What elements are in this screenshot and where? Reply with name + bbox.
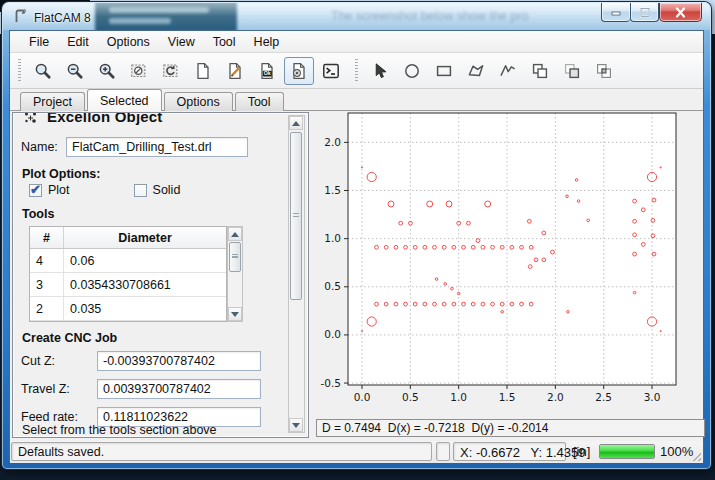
feed-rate-label: Feed rate: — [21, 410, 97, 424]
plot-canvas[interactable]: 0.00.51.01.52.02.53.0-0.50.00.51.01.52.0 — [316, 111, 705, 417]
close-icon — [674, 7, 687, 18]
draw-circle-button[interactable] — [397, 57, 427, 85]
name-input[interactable] — [66, 137, 248, 157]
menu-file[interactable]: File — [20, 32, 58, 52]
tool-row[interactable]: 40.06 — [30, 249, 226, 273]
subtract-button[interactable] — [557, 57, 587, 85]
tab-options[interactable]: Options — [164, 92, 233, 111]
zoom-out-icon — [65, 61, 85, 81]
object-title: Excellon Object — [47, 113, 163, 127]
union-button[interactable] — [525, 57, 555, 85]
tool-diameter-cell[interactable]: 0.035 — [64, 297, 226, 320]
title-bar[interactable]: The screenshot below show the pro FlatCA… — [3, 3, 710, 30]
status-spare-box — [436, 442, 450, 461]
progress-label: 100% — [660, 444, 693, 459]
menu-view[interactable]: View — [159, 32, 204, 52]
status-bar: Defaults saved. X: -0.6672 Y: 1.4359 [in… — [10, 441, 703, 463]
column-diameter[interactable]: Diameter — [64, 227, 226, 248]
plot-checkbox[interactable]: ✔ — [29, 184, 42, 197]
intersect-button[interactable] — [589, 57, 619, 85]
object-heading: Excellon Object — [23, 113, 283, 127]
tool-diameter-cell[interactable]: 0.0354330708661 — [64, 273, 226, 296]
tool-diameter-cell[interactable]: 0.06 — [64, 249, 226, 272]
run-script-button[interactable]: Ok — [252, 57, 282, 85]
delete-file-icon — [289, 61, 309, 81]
y-tick-label: 2.0 — [324, 136, 341, 148]
flatcam-window: The screenshot below show the pro FlatCA… — [2, 2, 711, 469]
draw-polygon-button[interactable] — [461, 57, 491, 85]
tools-table-header: # Diameter — [30, 227, 226, 249]
shell-button[interactable] — [316, 57, 346, 85]
minimize-button[interactable] — [601, 3, 630, 22]
tool-number-cell[interactable]: 4 — [30, 249, 64, 272]
scroll-up-arrow[interactable] — [289, 116, 303, 130]
progress-bar — [599, 444, 655, 459]
scroll-down-arrow[interactable] — [228, 307, 242, 321]
name-label: Name: — [21, 140, 66, 154]
cut-z-input[interactable] — [97, 351, 261, 371]
x-tick-label: 1.5 — [499, 391, 516, 403]
close-button[interactable] — [659, 3, 702, 22]
y-tick-label: 1.5 — [324, 184, 341, 196]
zoom-fit-button[interactable] — [28, 57, 58, 85]
new-script-button[interactable] — [188, 57, 218, 85]
scroll-down-arrow[interactable] — [289, 418, 303, 432]
zoom-in-button[interactable] — [92, 57, 122, 85]
coordinates-readout: X: -0.6672 Y: 1.4359 — [453, 442, 566, 461]
column-number[interactable]: # — [30, 227, 64, 248]
toolbar-handle[interactable] — [355, 59, 358, 83]
y-tick-label: -0.5 — [321, 377, 342, 389]
replot-button[interactable] — [156, 57, 186, 85]
maximize-button[interactable] — [630, 3, 659, 22]
measurement-readout: D = 0.7494 D(x) = -0.7218 D(y) = -0.2014 — [316, 419, 705, 437]
maximize-icon — [639, 7, 651, 18]
tool-number-cell[interactable]: 3 — [30, 273, 64, 296]
path-tool-icon — [498, 61, 518, 81]
toolbar-handle[interactable] — [18, 59, 21, 83]
zoom-out-button[interactable] — [60, 57, 90, 85]
x-tick-label: 1.0 — [450, 391, 467, 403]
clear-plot-icon — [129, 61, 149, 81]
tab-project[interactable]: Project — [20, 92, 85, 111]
toolbar: Ok — [10, 53, 703, 89]
table-scrollbar[interactable] — [227, 226, 243, 322]
scroll-up-arrow[interactable] — [228, 227, 242, 241]
clear-plot-button[interactable] — [124, 57, 154, 85]
tool-number-cell[interactable]: 2 — [30, 297, 64, 320]
menu-tool[interactable]: Tool — [204, 32, 245, 52]
panel-scrollbar[interactable] — [288, 115, 305, 433]
travel-z-label: Travel Z: — [21, 382, 97, 396]
circle-tool-icon — [402, 61, 422, 81]
draw-path-button[interactable] — [493, 57, 523, 85]
cut-z-label: Cut Z: — [21, 354, 97, 368]
delete-object-button[interactable] — [284, 57, 314, 85]
tools-table: # Diameter 40.0630.035433070866120.035 — [29, 226, 227, 322]
terminal-icon — [321, 61, 341, 81]
plot-checkbox-label: Plot — [48, 183, 70, 197]
scrollbar-thumb[interactable] — [229, 242, 241, 272]
zoom-in-icon — [97, 61, 117, 81]
polygon-tool-icon — [466, 61, 486, 81]
window-title: FlatCAM 8 — [34, 11, 91, 25]
tool-row[interactable]: 20.035 — [30, 297, 226, 321]
plot-options-label: Plot Options: — [22, 167, 100, 181]
tab-selected[interactable]: Selected — [87, 89, 162, 111]
menu-edit[interactable]: Edit — [58, 32, 98, 52]
solid-checkbox-label: Solid — [153, 183, 181, 197]
tools-label: Tools — [22, 207, 54, 221]
svg-text:Ok: Ok — [264, 70, 271, 76]
tab-tool[interactable]: Tool — [235, 92, 284, 111]
select-tool-button[interactable] — [365, 57, 395, 85]
menu-options[interactable]: Options — [98, 32, 159, 52]
selected-object-panel: Excellon Object Name: Plot Options: ✔ Pl… — [12, 112, 309, 438]
menu-help[interactable]: Help — [245, 32, 289, 52]
union-icon — [530, 61, 550, 81]
draw-rectangle-button[interactable] — [429, 57, 459, 85]
scrollbar-thumb[interactable] — [290, 132, 302, 300]
menu-bar: FileEditOptionsViewToolHelp — [10, 31, 703, 53]
travel-z-input[interactable] — [97, 379, 261, 399]
edit-script-button[interactable] — [220, 57, 250, 85]
flatcam-logo-icon — [12, 8, 28, 28]
tool-row[interactable]: 30.0354330708661 — [30, 273, 226, 297]
solid-checkbox[interactable]: ✔ — [134, 184, 147, 197]
